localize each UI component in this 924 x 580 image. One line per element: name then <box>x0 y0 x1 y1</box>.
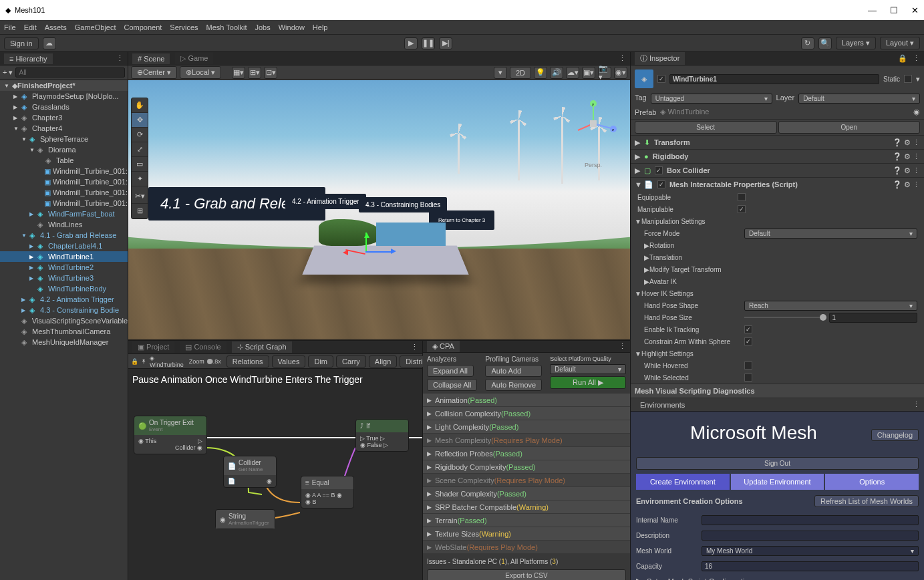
hand-pose-size-slider[interactable] <box>744 317 826 318</box>
layout-dropdown[interactable]: Layout ▾ <box>880 37 920 49</box>
relations-toggle[interactable]: Relations <box>226 355 269 368</box>
hierarchy-item[interactable]: ▶PlaymodeSetup [NoUplo... <box>0 91 128 102</box>
prefab-select-button[interactable]: Select <box>635 121 777 134</box>
history-icon[interactable]: ↻ <box>801 37 814 49</box>
hierarchy-item[interactable]: ▶WindFarmFast_boat <box>0 208 128 219</box>
cloud-icon[interactable]: ☁ <box>43 37 56 49</box>
lock-icon[interactable]: 🔒 <box>131 358 138 365</box>
rotate-tool[interactable]: ⟳ <box>132 128 148 142</box>
draw-mode-dropdown[interactable]: ▾ <box>494 67 507 79</box>
align-dropdown[interactable]: Align <box>369 355 397 368</box>
run-all-button[interactable]: Run All ▶ <box>550 376 626 389</box>
node-string[interactable]: ◉ StringAnimationTrigger <box>215 509 275 529</box>
equippable-checkbox[interactable] <box>738 193 746 201</box>
analyzer-row[interactable]: ▶Texture Sizes (Warning) <box>423 527 630 541</box>
hand-pose-shape-dropdown[interactable]: Reach▾ <box>744 301 917 311</box>
custom-tool[interactable]: ✂▾ <box>132 189 148 204</box>
carry-toggle[interactable]: Carry <box>336 355 366 368</box>
expand-all-button[interactable]: Expand All <box>427 365 474 377</box>
hand-pose-size-field[interactable] <box>829 313 918 323</box>
dim-toggle[interactable]: Dim <box>308 355 333 368</box>
analyzer-row[interactable]: ▶Collision Complexity (Passed) <box>423 407 630 420</box>
while-hovered-checkbox[interactable] <box>744 361 752 370</box>
game-tab[interactable]: ▷ Game <box>175 53 213 64</box>
mesh-world-dropdown[interactable]: My Mesh World▾ <box>702 546 919 556</box>
analyzer-row[interactable]: ▶Animation (Passed) <box>423 394 630 407</box>
signout-button[interactable]: Sign Out <box>636 457 919 470</box>
node-get-name[interactable]: 📄ColliderGet Name 📄◉ <box>223 456 277 488</box>
tag-dropdown[interactable]: Untagged▾ <box>651 94 772 104</box>
scale-tool[interactable]: ⤢ <box>132 142 148 157</box>
while-selected-checkbox[interactable] <box>744 374 752 382</box>
close-button[interactable]: ✕ <box>911 5 919 15</box>
layer-dropdown[interactable]: Default▾ <box>798 94 920 104</box>
step-button[interactable]: ▶| <box>439 37 452 49</box>
custom-tool-2[interactable]: ⊞ <box>132 204 148 219</box>
pause-button[interactable]: ❚❚ <box>422 37 435 49</box>
cpa-tab[interactable]: ◈ CPA <box>427 341 460 352</box>
maximize-button[interactable]: ☐ <box>890 5 898 15</box>
diagnostics-header[interactable]: Mesh Visual Scripting Diagnostics <box>631 384 924 398</box>
analyzer-row[interactable]: ▶SRP Batcher Compatible (Warning) <box>423 500 630 514</box>
hierarchy-item[interactable]: ▼SphereTerrace <box>0 134 128 144</box>
hierarchy-tree[interactable]: ▼◆ FinishedProject* ▶PlaymodeSetup [NoUp… <box>0 80 128 580</box>
create-dropdown[interactable]: + ▾ <box>3 68 13 77</box>
inspector-lock-icon[interactable]: 🔒 <box>898 54 907 63</box>
analyzer-row[interactable]: ▶WebSlate (Requires Play Mode) <box>423 541 630 554</box>
prefab-override-icon[interactable]: ◉ <box>913 108 920 116</box>
menu-edit[interactable]: Edit <box>24 23 37 31</box>
node-if[interactable]: ⤴ If ▷ True ▷◉ False ▷ <box>355 419 409 452</box>
hierarchy-item[interactable]: WindLines <box>0 219 128 230</box>
hierarchy-item[interactable]: ▼Chapter4 <box>0 123 128 134</box>
inspector-tab[interactable]: ⓘ Inspector <box>635 52 685 65</box>
menu-help[interactable]: Help <box>313 23 328 31</box>
scene-menu-icon[interactable]: ⋮ <box>619 54 626 63</box>
platform-dropdown[interactable]: Default▾ <box>550 364 626 374</box>
cpa-menu-icon[interactable]: ⋮ <box>619 342 626 351</box>
scene-tab[interactable]: # Scene <box>132 53 170 64</box>
script-graph-canvas[interactable]: Pause Animation Once WindTurbine Enters … <box>128 369 422 580</box>
layers-dropdown[interactable]: Layers ▾ <box>836 37 876 49</box>
auto-add-button[interactable]: Auto Add <box>485 365 542 377</box>
update-env-button[interactable]: Update Environment <box>731 474 824 490</box>
static-checkbox[interactable] <box>904 75 912 83</box>
pivot-center-dropdown[interactable]: ⊕Center ▾ <box>131 66 177 79</box>
script-graph-tab[interactable]: ⊹ Script Graph <box>232 341 292 353</box>
gizmos-toggle[interactable]: ◉▾ <box>614 67 627 79</box>
grid-snap-icon[interactable]: ⊡▾ <box>264 67 277 79</box>
auto-remove-button[interactable]: Auto Remove <box>485 379 542 391</box>
fx-toggle[interactable]: ☁▾ <box>566 67 579 79</box>
analyzer-row[interactable]: ▶Reflection Probes (Passed) <box>423 447 630 460</box>
menu-services[interactable]: Services <box>170 23 198 31</box>
hierarchy-search[interactable] <box>15 67 125 78</box>
hierarchy-item[interactable]: ▶Grasslands <box>0 102 128 112</box>
orientation-gizmo[interactable]: y z Persp. <box>570 100 617 147</box>
analyzer-row[interactable]: ▶Terrain (Passed) <box>423 514 630 527</box>
inspector-menu-icon[interactable]: ⋮ <box>913 54 920 63</box>
panel-menu-icon[interactable]: ⋮ <box>411 343 418 351</box>
mesh-interactable-component[interactable]: ▼ 📄 ✓ Mesh Interactable Properties (Scri… <box>631 178 924 191</box>
manipulable-checkbox[interactable]: ✓ <box>738 205 746 213</box>
node-equal[interactable]: ≡Equal ◉ A A == B ◉◉ B <box>301 476 354 509</box>
hierarchy-tab[interactable]: ≡ Hierarchy <box>4 53 53 64</box>
hierarchy-item[interactable]: WindTurbineBody <box>0 283 128 294</box>
menu-component[interactable]: Component <box>124 23 162 31</box>
object-active-checkbox[interactable]: ✓ <box>657 75 665 83</box>
static-dropdown-icon[interactable]: ▾ <box>916 75 920 84</box>
hierarchy-item[interactable]: ▼4.1 - Grab and Release <box>0 230 128 241</box>
hierarchy-item[interactable]: ▶ChapterLabel4.1 <box>0 241 128 251</box>
options-button[interactable]: Options <box>825 474 919 490</box>
boxcollider-component[interactable]: ▶ ▢ ✓ Box Collider❔ ⚙ ⋮ <box>631 164 924 177</box>
collapse-all-button[interactable]: Collapse All <box>427 379 477 391</box>
audio-toggle[interactable]: 🔊 <box>550 67 563 79</box>
hierarchy-item[interactable]: ▶WindTurbine1 <box>0 251 128 262</box>
analyzer-row[interactable]: ▶Scene Complexity (Requires Play Mode) <box>423 474 630 487</box>
hierarchy-item[interactable]: Table <box>0 155 128 166</box>
menu-gameobject[interactable]: GameObject <box>75 23 116 31</box>
2d-toggle[interactable]: 2D <box>510 67 531 79</box>
grid-toggle[interactable]: ▦▾ <box>232 67 245 79</box>
menu-mesh-toolkit[interactable]: Mesh Toolkit <box>206 23 247 31</box>
export-csv-button[interactable]: Export to CSV <box>427 569 626 580</box>
hierarchy-menu-icon[interactable]: ⋮ <box>116 54 124 63</box>
setup-script-row[interactable]: ▶ Setup Mesh Script Configuration <box>636 574 919 580</box>
